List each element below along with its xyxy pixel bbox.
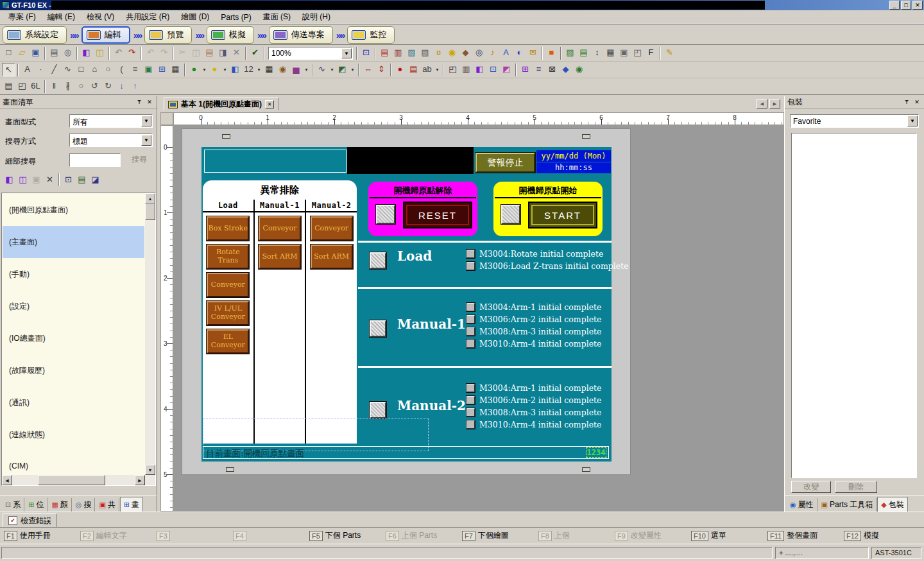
close-icon[interactable]: ✕ (912, 98, 921, 107)
screen-list-item[interactable]: (通訊) (3, 386, 144, 419)
switch-parts-dropdown-icon[interactable]: ▾ (201, 63, 208, 76)
function-key-f12[interactable]: F12模擬 (844, 530, 920, 541)
undo-icon[interactable]: ↶ (144, 46, 157, 60)
movie-capture-icon[interactable]: ▣ (617, 46, 631, 60)
delete-icon[interactable]: ✕ (230, 46, 243, 60)
exception-button[interactable]: Conveyor (207, 273, 249, 297)
statistics-graph-parts-dropdown-icon[interactable]: ▾ (349, 63, 356, 76)
chevron-down-icon[interactable]: ▼ (907, 116, 918, 126)
pc-display-icon[interactable]: ⊡ (486, 63, 500, 76)
load-section-button[interactable] (370, 252, 386, 269)
screen-list-item[interactable]: (主畫面) (3, 226, 144, 258)
comment-edit-icon[interactable]: ▧ (418, 46, 432, 60)
language-settings-icon[interactable]: A (499, 46, 513, 60)
data-change-parts-icon[interactable]: ◩ (500, 63, 513, 76)
function-key-f3[interactable]: F3 (157, 531, 233, 541)
canvas-viewport[interactable]: 警報停止 yy/mm/dd (Mon) hh:mm:ss 異常排除 LoadBo… (173, 125, 784, 512)
paste-screen-icon[interactable]: ▣ (30, 173, 43, 187)
screen-list-item[interactable]: (故障履歷) (3, 354, 144, 386)
save-file-icon[interactable]: ▣ (29, 46, 42, 60)
numeric-display-parts-icon[interactable]: 12 (242, 63, 255, 76)
check-all-icon[interactable]: ✔ (248, 46, 262, 60)
function-key-f11[interactable]: F11整個畫面 (767, 530, 844, 541)
workflow-edit-button[interactable]: 編輯 (81, 26, 130, 44)
lamp-parts-icon[interactable]: ● (208, 63, 221, 76)
ds-parts-icon[interactable]: ◆ (559, 63, 572, 76)
device-label-icon[interactable]: 6L (29, 80, 42, 93)
polyline-tool-icon[interactable]: ∿ (61, 63, 74, 76)
scrollbar-thumb[interactable] (38, 475, 105, 485)
move-vertical-icon[interactable]: ⇕ (375, 63, 388, 76)
statistics-graph-parts-icon[interactable]: ◩ (336, 63, 349, 76)
function-key-f10[interactable]: F10選單 (691, 530, 767, 541)
touch-operation-icon[interactable]: ⊠ (545, 63, 559, 76)
scrollbar-thumb[interactable] (145, 203, 155, 220)
start-button[interactable]: START (528, 202, 597, 229)
alarm-parts-icon[interactable]: ● (393, 63, 407, 76)
maximize-editor-icon[interactable]: ⊡ (359, 46, 373, 60)
device-list-icon[interactable]: ▥ (391, 46, 405, 60)
indicator-square[interactable] (466, 315, 475, 324)
multimedia-parts-icon[interactable]: ◉ (572, 63, 586, 76)
menu-item[interactable]: 繪圖 (D) (175, 10, 215, 24)
open-folder-icon[interactable]: ▱ (15, 46, 29, 60)
start-indicator-button[interactable] (501, 205, 520, 224)
tab-scroll-right-icon[interactable]: ▶ (769, 99, 780, 108)
function-key-f2[interactable]: F2編輯文字 (80, 530, 157, 541)
device-comment-icon[interactable]: ▤ (378, 46, 391, 60)
detail-search-input[interactable] (69, 153, 121, 167)
pin-icon[interactable]: Ŧ (135, 98, 144, 107)
manual1-section-button[interactable] (370, 320, 386, 337)
exception-button[interactable]: Sort ARM (311, 245, 353, 269)
screen-property-icon[interactable]: ▤ (75, 173, 89, 187)
exception-button[interactable]: Rotate Trans (207, 245, 249, 269)
workflow-monitor-button[interactable]: 監控 (347, 26, 395, 44)
scroll-left-icon[interactable]: ◀ (2, 475, 12, 485)
new-file-icon[interactable]: □ (2, 46, 15, 60)
numeric-display-parts-dropdown-icon[interactable]: ▾ (255, 63, 262, 76)
numeric-display[interactable]: 1234 (586, 447, 606, 458)
screen-list-item[interactable]: (設定) (3, 290, 144, 322)
workflow-system-settings-button[interactable]: 系統設定 (3, 26, 67, 44)
copy-icon[interactable]: ◫ (189, 46, 203, 60)
move-horizontal-icon[interactable]: ⇔ (361, 63, 375, 76)
key-settings-icon[interactable]: ¤ (432, 46, 445, 60)
timer-rise-icon[interactable]: ↺ (88, 80, 101, 93)
indicator-square[interactable] (466, 340, 475, 348)
screen-type-select[interactable]: 所有 ▼ (69, 114, 153, 128)
pin-icon[interactable]: Ŧ (902, 98, 911, 107)
rect-tool-icon[interactable]: □ (74, 63, 88, 76)
option-tool-icon[interactable]: ✎ (663, 46, 676, 60)
exception-button[interactable]: Sort ARM (259, 245, 301, 269)
meter-parts-icon[interactable]: ◉ (276, 63, 289, 76)
tab-system[interactable]: ⊡系 (2, 498, 24, 512)
menu-item[interactable]: 編輯 (E) (42, 10, 81, 24)
screen-forward-icon[interactable]: ↷ (125, 46, 139, 60)
print-preview-icon[interactable]: ◎ (61, 46, 74, 60)
operation-info-icon[interactable]: ◉ (445, 46, 459, 60)
indicator-square[interactable] (466, 262, 475, 270)
minimize-button[interactable]: _ (889, 1, 900, 10)
tab-properties[interactable]: ◉屬性 (787, 498, 817, 512)
coil-icon[interactable]: ○ (74, 80, 88, 93)
tab-search[interactable]: ◎搜 (73, 498, 96, 512)
screen-page[interactable]: 警報停止 yy/mm/dd (Mon) hh:mm:ss 異常排除 LoadBo… (182, 128, 631, 475)
screen-film-icon[interactable]: ▤ (2, 80, 15, 93)
window-parts-icon[interactable]: ◧ (228, 63, 242, 76)
table-tool-icon[interactable]: ▦ (169, 63, 182, 76)
preview-screen-icon[interactable]: ⊡ (62, 173, 75, 187)
exception-button[interactable]: IV L/UL Conveyor (207, 301, 249, 325)
color-palette-icon[interactable]: ■ (545, 46, 558, 60)
document-tab[interactable]: 基本 1(開機回原點畫面) ✕ (164, 98, 278, 110)
paint-tool-icon[interactable]: ⊞ (155, 63, 169, 76)
close-icon[interactable]: ✕ (145, 98, 154, 107)
new-screen-icon[interactable]: ◧ (3, 173, 16, 187)
function-key-f9[interactable]: F9改變屬性 (615, 530, 691, 541)
time-schedule-icon[interactable]: ◎ (472, 46, 486, 60)
tab-screen[interactable]: ⊞畫 (120, 497, 143, 512)
close-icon[interactable]: ✕ (265, 100, 274, 108)
data-browser-icon[interactable]: ◆ (459, 46, 472, 60)
select-pointer-icon[interactable]: ↖ (2, 63, 15, 76)
lamp-parts-dropdown-icon[interactable]: ▾ (221, 63, 228, 76)
ellipse-tool-icon[interactable]: ○ (101, 63, 115, 76)
